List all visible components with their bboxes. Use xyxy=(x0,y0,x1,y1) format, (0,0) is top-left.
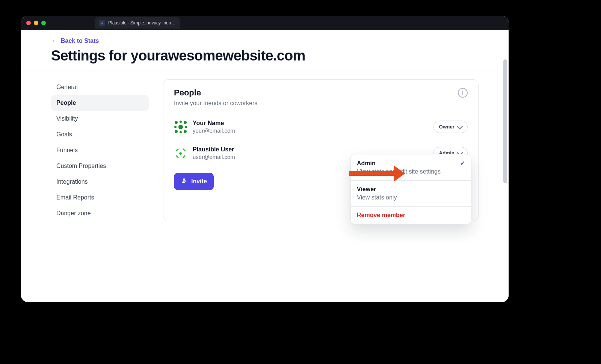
role-option-desc: View stats and edit site settings xyxy=(357,168,465,175)
back-to-stats-link[interactable]: ← Back to Stats xyxy=(51,38,99,44)
titlebar: Plausible · Simple, privacy-frien… xyxy=(21,16,509,30)
divider xyxy=(21,71,509,71)
scrollbar[interactable] xyxy=(503,59,507,183)
member-email: your@email.com xyxy=(193,127,235,134)
svg-point-4 xyxy=(184,130,187,133)
sidebar-item-label: Goals xyxy=(56,131,72,137)
svg-point-8 xyxy=(185,126,187,128)
role-dropdown: Admin✓ View stats and edit site settings… xyxy=(350,154,471,224)
people-card: People Invite your friends or coworkers … xyxy=(163,79,479,221)
browser-tab[interactable]: Plausible · Simple, privacy-frien… xyxy=(95,17,180,29)
card-subtitle: Invite your friends or coworkers xyxy=(174,100,257,107)
member-name: Plausible User xyxy=(193,146,235,153)
back-label: Back to Stats xyxy=(61,38,99,44)
sidebar-item-email-reports[interactable]: Email Reports xyxy=(51,190,149,205)
svg-point-3 xyxy=(175,130,178,133)
svg-point-7 xyxy=(174,126,177,128)
traffic-lights xyxy=(26,21,46,25)
svg-point-5 xyxy=(180,121,182,123)
remove-member[interactable]: Remove member xyxy=(351,206,471,224)
role-option-title: Viewer xyxy=(357,186,376,193)
role-option-viewer[interactable]: Viewer View stats only xyxy=(351,180,471,206)
page-content: ← Back to Stats Settings for yourawesome… xyxy=(21,30,509,302)
window-close-icon[interactable] xyxy=(26,21,31,25)
tab-title: Plausible · Simple, privacy-frien… xyxy=(108,20,175,26)
avatar xyxy=(174,147,187,160)
sidebar-item-visibility[interactable]: Visibility xyxy=(51,111,149,127)
favicon-icon xyxy=(99,20,105,26)
role-option-title: Admin xyxy=(357,160,376,167)
sidebar-item-label: Integrations xyxy=(56,178,88,185)
sidebar-item-people[interactable]: People xyxy=(51,95,149,111)
check-icon: ✓ xyxy=(460,160,465,167)
window-zoom-icon[interactable] xyxy=(41,21,46,25)
role-option-desc: View stats only xyxy=(357,194,465,201)
sidebar-item-label: Danger zone xyxy=(56,210,91,216)
invite-button[interactable]: Invite xyxy=(174,173,214,190)
sidebar-item-funnels[interactable]: Funnels xyxy=(51,142,149,158)
role-option-admin[interactable]: Admin✓ View stats and edit site settings xyxy=(351,154,471,180)
sidebar-item-label: Visibility xyxy=(56,115,78,122)
member-row: Your Name your@email.com Owner xyxy=(174,113,468,140)
app-window: Plausible · Simple, privacy-frien… ← Bac… xyxy=(21,16,509,302)
card-title: People xyxy=(174,88,257,98)
page-title: Settings for yourawesomewebsite.com xyxy=(51,48,479,64)
svg-point-2 xyxy=(184,121,187,124)
sidebar-item-integrations[interactable]: Integrations xyxy=(51,174,149,190)
settings-sidebar: General People Visibility Goals Funnels … xyxy=(51,79,149,221)
arrow-left-icon: ← xyxy=(51,38,58,44)
info-icon[interactable]: i xyxy=(458,88,468,98)
sidebar-item-label: Custom Properties xyxy=(56,163,106,169)
sidebar-item-general[interactable]: General xyxy=(51,79,149,95)
sidebar-item-custom-properties[interactable]: Custom Properties xyxy=(51,158,149,174)
sidebar-item-label: General xyxy=(56,84,78,90)
window-minimize-icon[interactable] xyxy=(34,21,38,25)
svg-point-6 xyxy=(180,131,182,133)
chevron-down-icon xyxy=(457,123,463,130)
invite-label: Invite xyxy=(191,178,207,185)
tab-strip: Plausible · Simple, privacy-frien… xyxy=(95,17,180,29)
sidebar-item-label: Funnels xyxy=(56,147,78,153)
user-plus-icon xyxy=(181,177,187,186)
role-selector-owner[interactable]: Owner xyxy=(433,121,468,133)
sidebar-item-goals[interactable]: Goals xyxy=(51,127,149,142)
settings-nav: General People Visibility Goals Funnels … xyxy=(51,79,149,221)
member-email: user@email.com xyxy=(193,154,235,160)
svg-point-0 xyxy=(178,125,183,129)
role-label: Owner xyxy=(439,124,455,130)
member-name: Your Name xyxy=(193,120,235,127)
svg-point-1 xyxy=(175,121,178,124)
sidebar-item-label: People xyxy=(56,100,76,106)
sidebar-item-danger-zone[interactable]: Danger zone xyxy=(51,205,149,221)
sidebar-item-label: Email Reports xyxy=(56,194,94,201)
avatar xyxy=(174,120,187,134)
remove-member-label: Remove member xyxy=(357,212,405,218)
